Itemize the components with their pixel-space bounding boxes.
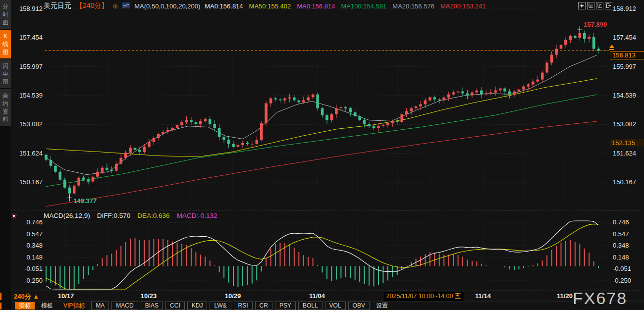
ma-value-label: MA200:153.241 — [440, 2, 486, 10]
mini-chart-icon[interactable] — [122, 2, 130, 10]
last-price-box: 156.813 — [610, 51, 644, 59]
axis-tick-label: 153.082 — [613, 120, 643, 128]
plus-circle-icon[interactable]: ⊕ — [112, 2, 118, 10]
axis-tick-label: 0.746 — [15, 218, 43, 226]
axis-tick-label: 155.997 — [15, 63, 43, 71]
row-accent — [0, 303, 1, 310]
ma-settings-label: MA(0,50,0,100,20,200) — [134, 2, 200, 10]
axis-tick-label: 157.454 — [15, 34, 43, 42]
row-accent — [0, 293, 1, 300]
toolbar-item-BOLL[interactable]: BOLL — [298, 302, 322, 310]
macd-indicator-icon[interactable] — [11, 212, 17, 221]
axis-tick-label: 0.547 — [15, 230, 43, 238]
date-axis-label: 10/23 — [141, 292, 157, 300]
toolbar-item-PSY[interactable]: PSY — [275, 302, 296, 310]
macd-diff-value: DIFF:0.570 — [97, 212, 131, 219]
date-axis-label: 11/04 — [309, 292, 325, 300]
chart-legend: 美元日元 【240分】 ⊕ MA(0,50,0,100,20,200) MA0:… — [44, 1, 486, 10]
macd-dea-value: DEA:0.636 — [137, 212, 169, 219]
macd-title: MACD(26,12,9) — [44, 212, 90, 219]
toolbar-item-VOL[interactable]: VOL — [325, 302, 346, 310]
macd-macd-value: MACD:-0.132 — [177, 212, 217, 219]
left-sidebar: 分时图K线图闪电图合约资料 — [0, 0, 11, 310]
ma-value-label: MA50:155.402 — [249, 2, 291, 10]
axis-tick-label: -0.051 — [613, 265, 643, 273]
axis-tick-label: 0.547 — [613, 230, 643, 238]
sidebar-tab-分时图[interactable]: 分时图 — [0, 0, 11, 29]
axis-tick-label: 0.746 — [613, 218, 643, 226]
date-axis-label: 10/17 — [58, 292, 74, 300]
toolbar-item-模板[interactable]: 模板 — [37, 302, 57, 310]
axis-tick-label: 155.997 — [613, 63, 643, 71]
time-axis: 240分 ▲ 10/1710/2310/2911/0411/1411/20 20… — [0, 292, 644, 301]
move-icon[interactable] — [578, 2, 586, 9]
sidebar-tab-K线图[interactable]: K线图 — [0, 30, 11, 58]
axis-tick-label: 151.624 — [613, 150, 643, 157]
axis-tick-label: 157.454 — [613, 34, 643, 42]
toolbar-item-CR[interactable]: CR — [255, 302, 272, 310]
ma-value-label: MA0:156.814 — [297, 2, 335, 10]
toolbar-item-CCI[interactable]: CCI — [165, 302, 185, 310]
toolbar-item-BIAS[interactable]: BIAS — [141, 302, 163, 310]
ma-value-label: MA20:156.576 — [392, 2, 434, 10]
toolbar-item-MACD[interactable]: MACD — [111, 302, 138, 310]
axis-tick-label: -0.250 — [15, 277, 43, 285]
axis-tick-label: 150.167 — [613, 178, 643, 186]
toolbar-item-设置[interactable]: 设置 — [372, 302, 392, 310]
toolbar-item-KDJ[interactable]: KDJ — [187, 302, 208, 310]
macd-header: MACD(26,12,9) DIFF:0.570 DEA:0.636 MACD:… — [44, 212, 217, 219]
prev-settle-box: 152.135 — [610, 139, 644, 147]
chart-canvas[interactable] — [0, 0, 644, 310]
sidebar-tab-合约资料[interactable]: 合约资料 — [0, 89, 11, 126]
zoom-out-chart-icon[interactable] — [596, 2, 603, 9]
toolbar-item-VIP指标[interactable]: VIP指标 — [59, 302, 89, 310]
period-selector[interactable]: 240分 ▲ — [14, 292, 39, 301]
period-label[interactable]: 【240分】 — [76, 1, 108, 10]
axis-tick-label: 150.167 — [15, 178, 43, 186]
symbol-name: 美元日元 — [44, 1, 71, 10]
toolbar-item-LW&[interactable]: LW& — [210, 302, 231, 310]
date-axis-label: 11/20 — [557, 292, 573, 300]
axis-tick-label: -0.250 — [613, 277, 643, 285]
toolbar-item-OBV[interactable]: OBV — [348, 302, 370, 310]
watermark: FX678 — [573, 289, 627, 308]
ma-value-label: MA0:156.814 — [205, 2, 243, 10]
toolbar-item-指标[interactable]: 指标 — [15, 302, 35, 310]
zoom-in-chart-icon[interactable] — [587, 2, 594, 9]
sidebar-tab-闪电图[interactable]: 闪电图 — [0, 59, 11, 88]
ma-values: MA0:156.814MA50:155.402MA0:156.814MA100:… — [205, 2, 485, 10]
axis-tick-label: 0.148 — [15, 254, 43, 261]
axis-tick-label: 158.912 — [613, 5, 643, 13]
axis-tick-label: 154.539 — [15, 92, 43, 100]
chart-application: 分时图K线图闪电图合约资料 美元日元 【240分】 ⊕ MA(0,50,0,10… — [0, 0, 644, 310]
axis-tick-label: 151.624 — [15, 150, 43, 157]
axis-tick-label: 0.348 — [15, 242, 43, 250]
date-axis-label: 10/29 — [225, 292, 241, 300]
exit-chart-icon[interactable] — [605, 2, 612, 9]
axis-tick-label: -0.051 — [15, 265, 43, 273]
ma-value-label: MA100:154.591 — [341, 2, 387, 10]
high-price-label: 157.890 — [584, 21, 607, 28]
axis-tick-label: 153.082 — [15, 120, 43, 128]
chart-tool-icons — [578, 2, 612, 9]
axis-tick-label: 0.348 — [613, 242, 643, 250]
low-price-label: 149.377 — [73, 197, 97, 205]
axis-tick-label: 154.539 — [613, 92, 643, 100]
axis-tick-label: 0.148 — [613, 254, 643, 261]
selected-candle-time: 2025/11/07 10:00~14:00 五 — [384, 292, 464, 301]
indicator-toolbar: 指标模板VIP指标MAMACDBIASCCIKDJLW&RSICRPSYBOLL… — [15, 301, 392, 310]
axis-tick-label: 158.912 — [15, 5, 43, 13]
toolbar-item-RSI[interactable]: RSI — [234, 302, 253, 310]
toolbar-item-MA[interactable]: MA — [91, 302, 109, 310]
date-axis-label: 11/14 — [475, 292, 491, 300]
